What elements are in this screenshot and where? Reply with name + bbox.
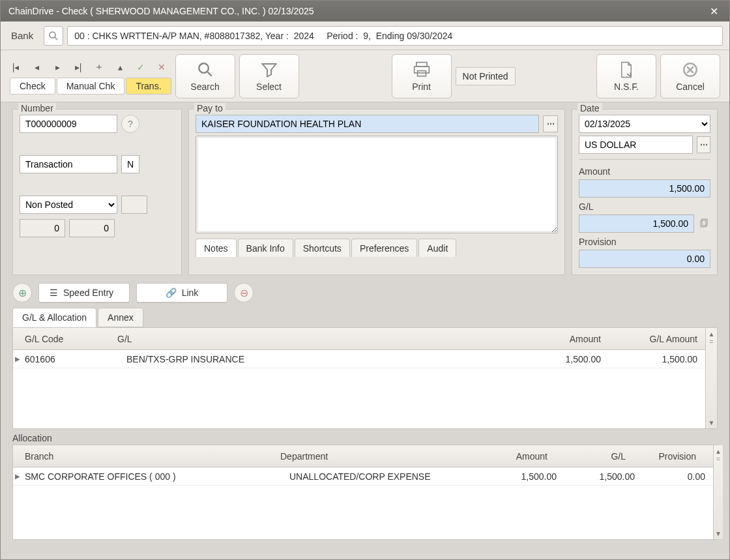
tab-check[interactable]: Check [10, 78, 55, 95]
col-department[interactable]: Department [280, 451, 469, 462]
col-gl-amount[interactable]: G/L Amount [614, 334, 705, 344]
amount-input[interactable] [579, 179, 710, 198]
col-gl-code[interactable]: G/L Code [13, 334, 117, 344]
nav-confirm-icon[interactable]: ✓ [135, 61, 147, 73]
provision-label: Provision [579, 237, 710, 247]
not-printed-button[interactable]: Not Printed [456, 67, 516, 85]
date-select[interactable]: 02/13/2025 [579, 115, 710, 133]
copy-icon [699, 218, 709, 229]
svg-rect-4 [416, 62, 426, 66]
transaction-flag-input[interactable] [121, 155, 139, 173]
number-legend: Number [18, 103, 56, 113]
close-icon[interactable]: ✕ [703, 3, 724, 19]
number-input[interactable] [20, 115, 117, 133]
printer-icon [413, 61, 431, 79]
col-branch[interactable]: Branch [13, 451, 280, 462]
alloc-scrollbar[interactable]: ▲ = ▼ [713, 445, 723, 539]
status-select[interactable]: Non Posted [20, 196, 117, 214]
gl-copy-button[interactable] [698, 216, 710, 231]
tab-gl-allocation[interactable]: G/L & Allocation [12, 308, 96, 327]
cell-alloc-amount: 1,500.00 [478, 471, 563, 482]
tab-audit[interactable]: Audit [418, 239, 456, 257]
cell-gl-code: 601606 [22, 354, 126, 364]
gl-input[interactable] [579, 214, 694, 233]
payto-fieldset: Pay to ⋯ Notes Bank Info Shortcuts Prefe… [188, 109, 565, 275]
provision-input[interactable] [579, 250, 710, 268]
nav-last-icon[interactable]: ▸| [72, 61, 84, 73]
question-icon: ? [128, 119, 133, 129]
nav-prev-icon[interactable]: ◂ [31, 61, 42, 73]
tab-manual-chk[interactable]: Manual Chk [57, 78, 125, 95]
bank-search-button[interactable] [44, 26, 63, 46]
actions-row: ⊕ ☰ Speed Entry 🔗 Link ⊖ [1, 278, 729, 308]
titlebar: ChainDrive - Check ( SHERWOOD MANAGEMENT… [1, 1, 729, 22]
tab-bank-info[interactable]: Bank Info [238, 239, 293, 257]
link-label: Link [182, 287, 199, 298]
cancel-button[interactable]: Cancel [660, 54, 720, 98]
table-row[interactable]: ▶ 601606 BEN/TXS-GRP INSURANCE 1,500.00 … [13, 350, 705, 368]
currency-input[interactable] [579, 136, 693, 154]
row-expand-icon[interactable]: ▶ [13, 473, 22, 480]
remove-row-button[interactable]: ⊖ [234, 283, 254, 302]
speed-entry-button[interactable]: ☰ Speed Entry [38, 283, 130, 302]
nav-add-icon[interactable]: ＋ [93, 61, 105, 73]
plus-icon: ⊕ [18, 287, 27, 299]
col-amount[interactable]: Amount [497, 334, 614, 344]
scroll-down-icon[interactable]: ▼ [714, 529, 723, 538]
col-alloc-amount[interactable]: Amount [469, 451, 554, 462]
cell-department: UNALLOCATED/CORP EXPENSE [289, 471, 478, 482]
scroll-up-icon[interactable]: ▲ [707, 329, 716, 338]
cell-alloc-provision: 0.00 [641, 471, 713, 482]
gl-scrollbar[interactable]: ▲ = ▼ [705, 328, 717, 428]
status-aux-input[interactable] [121, 196, 147, 214]
tab-shortcuts[interactable]: Shortcuts [295, 239, 350, 257]
number-help-button[interactable]: ? [121, 115, 139, 133]
nsf-button[interactable]: N.S.F. [596, 54, 656, 98]
cell-gl-desc: BEN/TXS-GRP INSURANCE [126, 354, 497, 364]
payto-lookup-button[interactable]: ⋯ [543, 115, 558, 132]
amount-label: Amount [579, 166, 710, 177]
bank-input[interactable] [67, 26, 723, 46]
gl-grid: G/L Code G/L Amount G/L Amount ▶ 601606 … [12, 327, 718, 429]
table-row[interactable]: ▶ SMC CORPORATE OFFICES ( 000 ) UNALLOCA… [13, 467, 713, 486]
magnifier-icon [196, 61, 214, 79]
scroll-down-icon[interactable]: ▼ [707, 418, 716, 427]
print-button[interactable]: Print [392, 54, 452, 98]
tab-annex[interactable]: Annex [98, 308, 143, 327]
scroll-up-icon[interactable]: ▲ [714, 447, 723, 456]
select-button-label: Select [256, 81, 282, 92]
cell-gl-amount: 1,500.00 [614, 354, 705, 364]
tab-notes[interactable]: Notes [196, 239, 237, 257]
transaction-input[interactable] [20, 155, 117, 173]
cancel-button-label: Cancel [676, 81, 705, 92]
payto-input[interactable] [196, 115, 539, 133]
cell-branch: SMC CORPORATE OFFICES ( 000 ) [22, 471, 289, 482]
bank-label: Bank [11, 30, 33, 41]
col-gl[interactable]: G/L [117, 334, 497, 344]
col-alloc-provision[interactable]: Provision [632, 451, 704, 462]
col-alloc-gl[interactable]: G/L [554, 451, 632, 462]
scroll-grip-icon: = [710, 338, 714, 346]
count1-input [20, 219, 65, 237]
nav-up-icon[interactable]: ▴ [114, 61, 126, 73]
search-icon [48, 31, 59, 41]
nav-cancel-icon[interactable]: ✕ [156, 61, 168, 73]
ellipsis-icon: ⋯ [700, 140, 708, 149]
tab-trans[interactable]: Trans. [126, 78, 171, 95]
print-button-label: Print [412, 81, 431, 92]
currency-lookup-button[interactable]: ⋯ [697, 136, 710, 153]
bank-row: Bank [1, 22, 729, 50]
funnel-icon [260, 61, 278, 79]
tab-preferences[interactable]: Preferences [351, 239, 417, 257]
date-fieldset: Date 02/13/2025 ⋯ Amount G/L Provision [572, 109, 718, 275]
search-button[interactable]: Search [175, 54, 235, 98]
search-button-label: Search [190, 81, 219, 92]
link-button[interactable]: 🔗 Link [136, 283, 227, 302]
row-expand-icon[interactable]: ▶ [13, 355, 22, 362]
payto-address-textarea[interactable] [196, 136, 558, 233]
add-row-button[interactable]: ⊕ [12, 283, 32, 302]
nav-first-icon[interactable]: |◂ [10, 61, 22, 73]
svg-rect-5 [414, 66, 429, 73]
nav-next-icon[interactable]: ▸ [51, 61, 63, 73]
select-button[interactable]: Select [239, 54, 299, 98]
